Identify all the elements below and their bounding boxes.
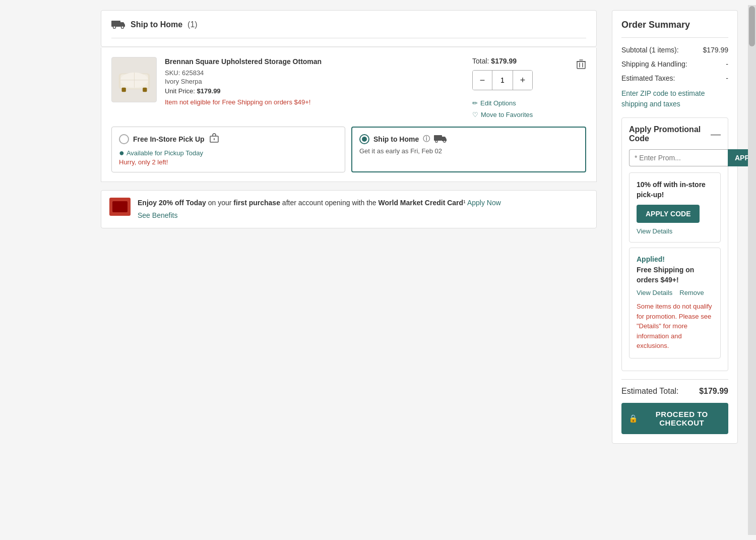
credit-card-promo-banner: Enjoy 20% off Today on your first purcha… — [101, 190, 597, 228]
apply-code-button[interactable]: APPLY CODE — [637, 205, 700, 223]
ship-to-home-section: Ship to Home (1) — [101, 10, 597, 47]
product-name: Brennan Square Upholstered Storage Ottom… — [165, 57, 464, 67]
applied-label: Applied! — [637, 255, 713, 263]
pickup-radio[interactable] — [119, 134, 129, 144]
subtotal-label: Subtotal (1 items): — [621, 46, 679, 54]
scrollbar-thumb[interactable] — [749, 6, 755, 46]
pickup-option[interactable]: Free In-Store Pick Up ● Available for Pi… — [111, 127, 345, 172]
see-benefits-link[interactable]: See Benefits — [138, 210, 501, 221]
order-summary-panel: Order Summary Subtotal (1 items): $179.9… — [607, 5, 748, 535]
truck-icon — [111, 19, 125, 31]
shipping-row: Shipping & Handling: - — [621, 60, 728, 68]
svg-point-18 — [435, 141, 437, 143]
applied-promo-card: Applied! Free Shipping on orders $49+! V… — [629, 248, 721, 358]
summary-title: Order Summary — [621, 20, 728, 38]
info-icon: ⓘ — [423, 135, 430, 144]
remove-promo-link[interactable]: Remove — [679, 289, 704, 296]
promo-code-input[interactable] — [629, 149, 728, 166]
promo-input-row: APPLY — [629, 149, 721, 166]
move-to-favorites-link[interactable]: ♡ Move to Favorites — [472, 111, 533, 118]
summary-box: Order Summary Subtotal (1 items): $179.9… — [612, 10, 738, 444]
pickup-icon — [209, 133, 220, 145]
scrollbar[interactable] — [748, 5, 756, 535]
subtotal-value: $179.99 — [703, 46, 728, 54]
checkout-btn-label: PROCEED TO CHECKOUT — [643, 410, 722, 427]
credit-card-logo — [109, 198, 131, 216]
taxes-row: Estimated Taxes: - — [621, 74, 728, 82]
pickup-available: ● Available for Pickup Today — [119, 148, 338, 158]
view-details-link-2[interactable]: View Details — [637, 289, 672, 296]
promo-section-title: Apply Promotional Code — [629, 125, 711, 143]
svg-rect-10 — [577, 62, 585, 69]
ship-label: Ship to Home — [373, 135, 419, 143]
qty-increase-button[interactable]: + — [513, 71, 532, 90]
card-name: World Market Credit Card — [379, 199, 464, 207]
cart-item: Brennan Square Upholstered Storage Ottom… — [101, 48, 597, 182]
qty-stepper: − + — [472, 70, 533, 90]
subtotal-row: Subtotal (1 items): $179.99 — [621, 46, 728, 54]
apply-now-link[interactable]: Apply Now — [467, 199, 501, 207]
svg-point-1 — [113, 26, 116, 29]
ship-icon — [434, 134, 447, 144]
edit-options-link[interactable]: ✏ Edit Options — [472, 99, 533, 107]
ship-header-label: Ship to Home — [131, 20, 182, 29]
taxes-label: Estimated Taxes: — [621, 74, 675, 82]
delete-button[interactable] — [576, 59, 586, 73]
promo-offer-text: 10% off with in-store pick-up! — [637, 180, 713, 200]
promo-code-section: Apply Promotional Code — APPLY 10% off w… — [621, 117, 728, 371]
promo-note: Some items do not qualify for promotion.… — [637, 302, 713, 351]
first-purchase: first purchase — [233, 199, 280, 207]
svg-point-2 — [121, 26, 124, 29]
total-label: Total: — [472, 57, 489, 65]
estimated-total-row: Estimated Total: $179.99 — [621, 379, 728, 396]
shipping-value: - — [726, 60, 728, 68]
ship-option[interactable]: Ship to Home ⓘ Get it as early as Fri, F… — [351, 127, 586, 172]
product-color: Ivory Sherpa — [165, 78, 464, 85]
estimated-total-label: Estimated Total: — [621, 387, 679, 396]
svg-rect-5 — [121, 88, 125, 92]
item-actions: ✏ Edit Options ♡ Move to Favorites — [472, 99, 533, 118]
product-unit-price: Unit Price: $179.99 — [165, 87, 464, 95]
view-details-link-1[interactable]: View Details — [637, 227, 672, 235]
applied-actions: View Details Remove — [637, 289, 713, 296]
product-sku: SKU: 625834 — [165, 69, 464, 77]
shipping-label: Shipping & Handling: — [621, 60, 687, 68]
enjoy-text: Enjoy 20% off Today — [138, 199, 206, 207]
ship-radio[interactable] — [359, 134, 369, 144]
qty-input[interactable] — [492, 71, 513, 90]
pencil-icon: ✏ — [472, 99, 478, 107]
dot-icon: ● — [119, 148, 124, 158]
promo-banner-text: Enjoy 20% off Today on your first purcha… — [138, 198, 501, 221]
pickup-hurry: Hurry, only 2 left! — [119, 158, 338, 166]
product-image — [111, 57, 157, 102]
checkout-button[interactable]: 🔒 PROCEED TO CHECKOUT — [621, 403, 728, 434]
lock-icon: 🔒 — [628, 414, 639, 423]
qty-total-area: Total: $179.99 − + ✏ Edit Options — [472, 57, 563, 118]
promo-section-header: Apply Promotional Code — — [629, 125, 721, 143]
total-price: $179.99 — [491, 57, 517, 65]
total-display: Total: $179.99 — [472, 57, 517, 65]
fulfillment-options: Free In-Store Pick Up ● Available for Pi… — [111, 127, 586, 172]
ship-count: (1) — [187, 20, 198, 29]
radio-inner — [362, 137, 367, 142]
svg-rect-6 — [143, 88, 147, 92]
pickup-label: Free In-Store Pick Up — [133, 135, 205, 143]
applied-promo-name: Free Shipping on orders $49+! — [637, 265, 713, 285]
taxes-value: - — [726, 74, 728, 82]
svg-rect-0 — [111, 21, 120, 27]
estimated-total-value: $179.99 — [699, 387, 728, 396]
svg-point-19 — [444, 141, 446, 143]
qty-decrease-button[interactable]: − — [473, 71, 492, 90]
promo-offer-card: 10% off with in-store pick-up! APPLY COD… — [629, 172, 721, 243]
svg-rect-17 — [434, 135, 442, 141]
free-shipping-warning: Item not eligible for Free Shipping on o… — [165, 98, 464, 107]
logo-inner — [112, 201, 128, 212]
product-details: Brennan Square Upholstered Storage Ottom… — [165, 57, 464, 107]
promo-collapse-button[interactable]: — — [711, 129, 721, 139]
zip-code-link[interactable]: Enter ZIP code to estimate shipping and … — [621, 88, 728, 109]
heart-icon: ♡ — [472, 111, 478, 118]
ship-date: Get it as early as Fri, Feb 02 — [359, 147, 578, 155]
